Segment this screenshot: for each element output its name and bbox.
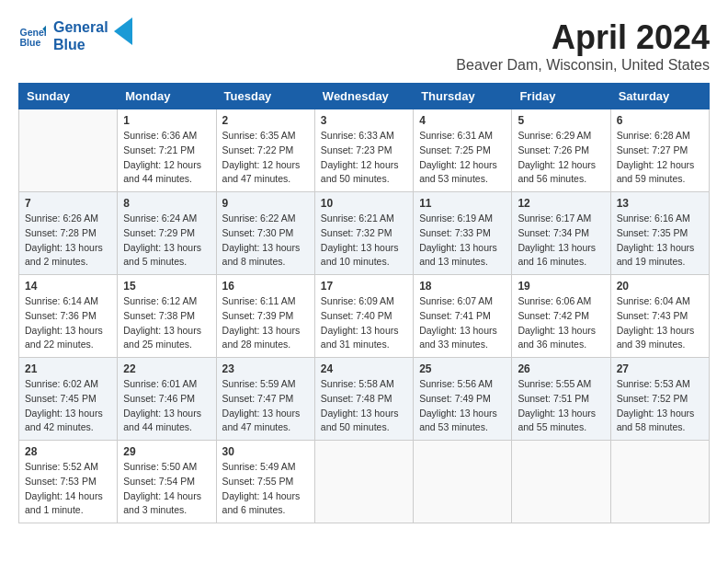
calendar-day-cell: 18Sunrise: 6:07 AMSunset: 7:41 PMDayligh…: [414, 275, 512, 358]
day-number: 4: [419, 114, 506, 127]
day-info: Sunrise: 6:29 AMSunset: 7:26 PMDaylight:…: [518, 129, 604, 187]
svg-marker-4: [114, 17, 132, 45]
day-number: 2: [222, 114, 309, 127]
calendar-day-cell: 16Sunrise: 6:11 AMSunset: 7:39 PMDayligh…: [216, 275, 314, 358]
calendar-day-cell: 12Sunrise: 6:17 AMSunset: 7:34 PMDayligh…: [512, 192, 610, 275]
calendar-week-row: 28Sunrise: 5:52 AMSunset: 7:53 PMDayligh…: [19, 441, 710, 523]
day-number: 30: [222, 445, 309, 458]
calendar-day-cell: 27Sunrise: 5:53 AMSunset: 7:52 PMDayligh…: [610, 358, 709, 441]
day-info: Sunrise: 6:11 AMSunset: 7:39 PMDaylight:…: [222, 294, 309, 352]
day-number: 8: [123, 197, 210, 210]
title-block: April 2024 Beaver Dam, Wisconsin, United…: [456, 18, 710, 74]
day-info: Sunrise: 6:07 AMSunset: 7:41 PMDaylight:…: [419, 294, 506, 352]
day-number: 19: [518, 280, 604, 293]
day-info: Sunrise: 6:21 AMSunset: 7:32 PMDaylight:…: [321, 212, 407, 270]
day-number: 1: [123, 114, 210, 127]
day-info: Sunrise: 6:35 AMSunset: 7:22 PMDaylight:…: [222, 129, 309, 187]
day-number: 13: [617, 197, 703, 210]
calendar-table: SundayMondayTuesdayWednesdayThursdayFrid…: [18, 83, 710, 523]
calendar-week-row: 14Sunrise: 6:14 AMSunset: 7:36 PMDayligh…: [19, 275, 710, 358]
day-info: Sunrise: 6:06 AMSunset: 7:42 PMDaylight:…: [518, 294, 604, 352]
weekday-header-friday: Friday: [512, 84, 610, 109]
day-info: Sunrise: 5:55 AMSunset: 7:51 PMDaylight:…: [518, 377, 604, 435]
day-number: 11: [419, 197, 506, 210]
day-info: Sunrise: 6:14 AMSunset: 7:36 PMDaylight:…: [25, 294, 111, 352]
calendar-day-cell: 11Sunrise: 6:19 AMSunset: 7:33 PMDayligh…: [414, 192, 512, 275]
calendar-day-cell: 21Sunrise: 6:02 AMSunset: 7:45 PMDayligh…: [19, 358, 118, 441]
weekday-header-wednesday: Wednesday: [314, 84, 413, 109]
day-info: Sunrise: 6:26 AMSunset: 7:28 PMDaylight:…: [25, 212, 111, 270]
calendar-day-cell: 17Sunrise: 6:09 AMSunset: 7:40 PMDayligh…: [314, 275, 413, 358]
calendar-day-cell: 4Sunrise: 6:31 AMSunset: 7:25 PMDaylight…: [414, 109, 512, 192]
weekday-header-tuesday: Tuesday: [216, 84, 314, 109]
calendar-day-cell: 3Sunrise: 6:33 AMSunset: 7:23 PMDaylight…: [314, 109, 413, 192]
day-number: 5: [518, 114, 604, 127]
day-info: Sunrise: 6:31 AMSunset: 7:25 PMDaylight:…: [419, 129, 506, 187]
calendar-day-cell: [19, 109, 118, 192]
day-number: 26: [518, 362, 604, 375]
calendar-week-row: 21Sunrise: 6:02 AMSunset: 7:45 PMDayligh…: [19, 358, 710, 441]
month-title: April 2024: [456, 18, 710, 57]
calendar-day-cell: [512, 441, 610, 523]
day-number: 23: [222, 362, 309, 375]
calendar-day-cell: 10Sunrise: 6:21 AMSunset: 7:32 PMDayligh…: [314, 192, 413, 275]
day-number: 16: [222, 280, 309, 293]
day-number: 12: [518, 197, 604, 210]
day-info: Sunrise: 6:12 AMSunset: 7:38 PMDaylight:…: [123, 294, 210, 352]
day-info: Sunrise: 5:50 AMSunset: 7:54 PMDaylight:…: [123, 460, 210, 518]
weekday-header-thursday: Thursday: [414, 84, 512, 109]
calendar-day-cell: [414, 441, 512, 523]
calendar-day-cell: 25Sunrise: 5:56 AMSunset: 7:49 PMDayligh…: [414, 358, 512, 441]
day-info: Sunrise: 6:33 AMSunset: 7:23 PMDaylight:…: [321, 129, 407, 187]
logo-icon: General Blue: [18, 22, 46, 50]
day-number: 29: [123, 445, 210, 458]
location: Beaver Dam, Wisconsin, United States: [456, 57, 710, 74]
logo: General Blue General Blue: [18, 18, 132, 53]
calendar-day-cell: 6Sunrise: 6:28 AMSunset: 7:27 PMDaylight…: [610, 109, 709, 192]
calendar-day-cell: 13Sunrise: 6:16 AMSunset: 7:35 PMDayligh…: [610, 192, 709, 275]
day-info: Sunrise: 6:36 AMSunset: 7:21 PMDaylight:…: [123, 129, 210, 187]
day-number: 10: [321, 197, 407, 210]
day-number: 28: [25, 445, 111, 458]
day-info: Sunrise: 6:28 AMSunset: 7:27 PMDaylight:…: [617, 129, 703, 187]
day-info: Sunrise: 6:04 AMSunset: 7:43 PMDaylight:…: [617, 294, 703, 352]
day-info: Sunrise: 6:16 AMSunset: 7:35 PMDaylight:…: [617, 212, 703, 270]
day-number: 7: [25, 197, 111, 210]
calendar-day-cell: 5Sunrise: 6:29 AMSunset: 7:26 PMDaylight…: [512, 109, 610, 192]
calendar-day-cell: 9Sunrise: 6:22 AMSunset: 7:30 PMDaylight…: [216, 192, 314, 275]
weekday-header-monday: Monday: [118, 84, 216, 109]
calendar-day-cell: 24Sunrise: 5:58 AMSunset: 7:48 PMDayligh…: [314, 358, 413, 441]
day-number: 25: [419, 362, 506, 375]
day-info: Sunrise: 5:56 AMSunset: 7:49 PMDaylight:…: [419, 377, 506, 435]
calendar-day-cell: [314, 441, 413, 523]
calendar-day-cell: 30Sunrise: 5:49 AMSunset: 7:55 PMDayligh…: [216, 441, 314, 523]
calendar-day-cell: 26Sunrise: 5:55 AMSunset: 7:51 PMDayligh…: [512, 358, 610, 441]
day-number: 22: [123, 362, 210, 375]
weekday-header-sunday: Sunday: [19, 84, 118, 109]
day-info: Sunrise: 6:01 AMSunset: 7:46 PMDaylight:…: [123, 377, 210, 435]
day-info: Sunrise: 6:17 AMSunset: 7:34 PMDaylight:…: [518, 212, 604, 270]
weekday-header-saturday: Saturday: [610, 84, 709, 109]
calendar-day-cell: 7Sunrise: 6:26 AMSunset: 7:28 PMDaylight…: [19, 192, 118, 275]
day-number: 6: [617, 114, 703, 127]
calendar-day-cell: 28Sunrise: 5:52 AMSunset: 7:53 PMDayligh…: [19, 441, 118, 523]
calendar-day-cell: 2Sunrise: 6:35 AMSunset: 7:22 PMDaylight…: [216, 109, 314, 192]
day-number: 9: [222, 197, 309, 210]
calendar-day-cell: 22Sunrise: 6:01 AMSunset: 7:46 PMDayligh…: [118, 358, 216, 441]
day-info: Sunrise: 5:53 AMSunset: 7:52 PMDaylight:…: [617, 377, 703, 435]
calendar-day-cell: 15Sunrise: 6:12 AMSunset: 7:38 PMDayligh…: [118, 275, 216, 358]
calendar-day-cell: 20Sunrise: 6:04 AMSunset: 7:43 PMDayligh…: [610, 275, 709, 358]
day-number: 15: [123, 280, 210, 293]
calendar-week-row: 7Sunrise: 6:26 AMSunset: 7:28 PMDaylight…: [19, 192, 710, 275]
calendar-day-cell: 23Sunrise: 5:59 AMSunset: 7:47 PMDayligh…: [216, 358, 314, 441]
page-header: General Blue General Blue April 2024 Bea…: [18, 18, 710, 74]
logo-arrow-icon: [114, 17, 132, 45]
calendar-day-cell: 1Sunrise: 6:36 AMSunset: 7:21 PMDaylight…: [118, 109, 216, 192]
calendar-day-cell: [610, 441, 709, 523]
logo-line1: General: [53, 18, 108, 36]
day-info: Sunrise: 5:49 AMSunset: 7:55 PMDaylight:…: [222, 460, 309, 518]
logo-line2: Blue: [53, 36, 108, 53]
day-number: 20: [617, 280, 703, 293]
calendar-week-row: 1Sunrise: 6:36 AMSunset: 7:21 PMDaylight…: [19, 109, 710, 192]
day-number: 21: [25, 362, 111, 375]
